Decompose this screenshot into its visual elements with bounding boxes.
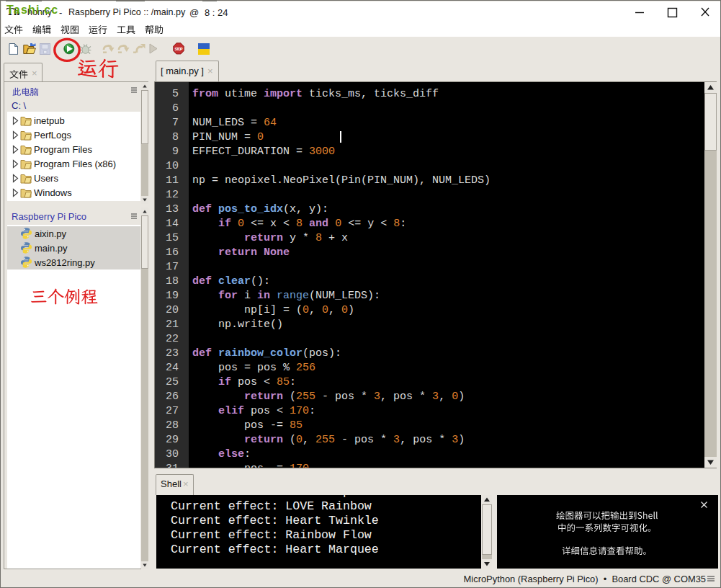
svg-text:STOP: STOP	[175, 47, 183, 51]
